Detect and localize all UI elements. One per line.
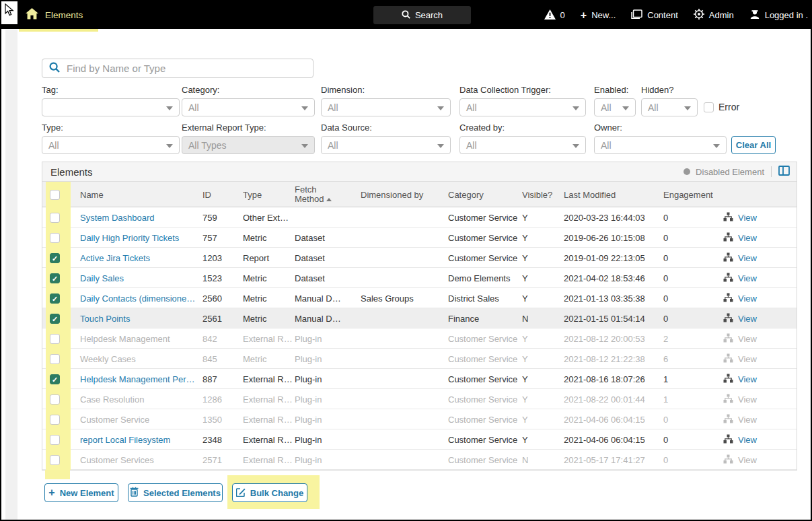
owner-select[interactable]: All (594, 136, 727, 154)
view-link[interactable]: View (738, 374, 757, 384)
content-menu[interactable]: Content (631, 9, 678, 22)
column-header-fetch-method[interactable]: Fetch Method (295, 185, 361, 204)
enabled-select[interactable]: All (594, 98, 636, 116)
tag-filter-label: Tag: (42, 85, 180, 96)
new-element-button[interactable]: + New Element (44, 483, 118, 502)
row-checkbox[interactable] (50, 334, 60, 344)
chevron-down-icon (166, 144, 173, 148)
view-link[interactable]: View (738, 334, 757, 344)
element-last-modified: 2021-04-06 06:04:15 (564, 415, 663, 425)
type-select[interactable]: All (42, 136, 180, 154)
trigger-select[interactable]: All (459, 98, 586, 116)
new-menu[interactable]: + New... (581, 10, 616, 21)
column-header-category[interactable]: Category (448, 190, 522, 200)
element-last-modified: 2021-04-02 18:53:46 (564, 273, 663, 283)
table-row: Customer Services 2571 External R… Plug-… (42, 450, 797, 470)
element-category: Customer Service (448, 334, 522, 344)
view-link[interactable]: View (738, 314, 757, 324)
row-checkbox[interactable] (50, 354, 60, 364)
view-link[interactable]: View (738, 253, 757, 263)
tag-filter: Tag: (42, 85, 180, 116)
bulk-change-button[interactable]: Bulk Change (232, 483, 307, 502)
row-checkbox[interactable] (50, 293, 60, 304)
dimension-select[interactable]: All (321, 98, 451, 116)
select-all-checkbox[interactable] (50, 190, 60, 200)
column-header-dimensioned-by[interactable]: Dimensioned by (361, 190, 448, 200)
global-search-button[interactable]: Search (373, 6, 471, 24)
element-name-link[interactable]: System Dashboard (80, 213, 155, 223)
column-header-name[interactable]: Name (71, 190, 202, 200)
view-link[interactable]: View (738, 213, 757, 223)
row-checkbox[interactable] (50, 435, 60, 445)
column-header-visible[interactable]: Visible? (522, 190, 564, 200)
search-icon (402, 10, 410, 21)
element-category: Finance (448, 314, 522, 324)
view-link[interactable]: View (738, 435, 757, 445)
column-header-id[interactable]: ID (202, 190, 243, 200)
home-icon[interactable] (26, 8, 38, 22)
data-collection-trigger-filter: Data Collection Trigger: All (459, 85, 586, 116)
view-link[interactable]: View (738, 293, 757, 304)
user-menu[interactable]: Logged in . (749, 9, 808, 22)
element-name-link[interactable]: Customer Services (80, 455, 154, 465)
alerts-button[interactable]: 0 (544, 9, 565, 22)
element-name-link[interactable]: Case Resolution (80, 394, 144, 405)
row-checkbox[interactable] (50, 213, 60, 223)
element-visible: Y (522, 334, 564, 344)
element-name-link[interactable]: Helpdesk Management Per… (80, 374, 195, 384)
row-checkbox[interactable] (50, 233, 60, 243)
row-checkbox[interactable] (50, 374, 60, 384)
element-name-link[interactable]: report Local Filesystem (80, 435, 170, 445)
view-link[interactable]: View (738, 354, 757, 364)
find-search-field[interactable] (42, 59, 313, 78)
element-name-link[interactable]: Helpdesk Management (80, 334, 170, 344)
element-category: Customer Service (448, 354, 522, 364)
category-select[interactable]: All (182, 98, 315, 116)
element-name-link[interactable]: Daily Contacts (dimensione… (80, 293, 195, 304)
tag-select[interactable] (42, 98, 180, 116)
alert-count: 0 (560, 10, 565, 20)
find-search-input[interactable] (65, 62, 306, 75)
element-name-link[interactable]: Daily High Priority Tickets (80, 233, 179, 243)
column-chooser-icon[interactable] (778, 166, 790, 178)
element-name-link[interactable]: Touch Points (80, 314, 130, 324)
element-id: 2560 (202, 293, 243, 304)
row-checkbox[interactable] (50, 415, 60, 425)
hidden-filter: Hidden? All (641, 85, 698, 116)
hierarchy-icon (723, 232, 733, 244)
view-link[interactable]: View (738, 273, 757, 283)
error-checkbox[interactable] (704, 102, 714, 112)
hidden-select[interactable]: All (641, 98, 698, 116)
data-source-select[interactable]: All (321, 136, 451, 154)
clear-all-button[interactable]: Clear All (731, 136, 776, 154)
legend-divider (771, 166, 772, 177)
row-checkbox[interactable] (50, 253, 60, 263)
hierarchy-icon (723, 293, 733, 304)
view-link[interactable]: View (738, 233, 757, 243)
row-checkbox[interactable] (50, 394, 60, 405)
element-name-link[interactable]: Customer Service (80, 415, 149, 425)
selected-elements-button[interactable]: Selected Elements (128, 483, 223, 502)
view-link[interactable]: View (738, 415, 757, 425)
row-checkbox[interactable] (50, 314, 60, 324)
element-name-link[interactable]: Weekly Cases (80, 354, 136, 364)
column-header-last-modified[interactable]: Last Modified (564, 190, 663, 200)
table-row: Weekly Cases 845 Metric Plug-in Customer… (42, 349, 797, 369)
element-name-link[interactable]: Active Jira Tickets (80, 253, 150, 263)
external-report-type-filter: External Report Type: All Types (182, 123, 315, 154)
view-link[interactable]: View (738, 455, 757, 465)
hierarchy-icon (723, 252, 733, 264)
element-last-modified: 2021-08-22 00:01:44 (564, 394, 663, 405)
view-link[interactable]: View (738, 394, 757, 405)
column-header-engagement[interactable]: Engagement (663, 190, 721, 200)
edit-pencil-icon (236, 487, 246, 499)
created-by-select[interactable]: All (459, 136, 586, 154)
admin-menu[interactable]: Admin (694, 9, 734, 22)
created-by-filter-label: Created by: (459, 123, 586, 133)
row-checkbox[interactable] (50, 273, 60, 283)
element-id: 1523 (202, 273, 243, 283)
row-checkbox[interactable] (50, 455, 60, 465)
element-name-link[interactable]: Daily Sales (80, 273, 124, 283)
hierarchy-icon (723, 394, 733, 405)
column-header-type[interactable]: Type (243, 190, 295, 200)
